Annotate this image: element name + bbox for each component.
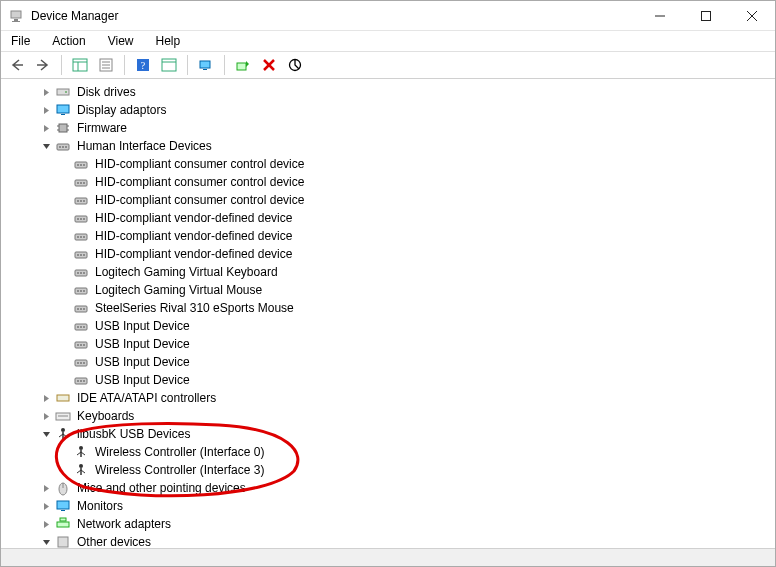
expand-icon[interactable] xyxy=(39,121,53,135)
tree-item-hid-device[interactable]: HID-compliant vendor-defined device xyxy=(7,245,775,263)
tree-item-label: Wireless Controller (Interface 3) xyxy=(93,462,266,478)
uninstall-device-button[interactable] xyxy=(257,54,281,76)
expand-icon[interactable] xyxy=(39,481,53,495)
expand-icon[interactable] xyxy=(39,517,53,531)
usb-icon xyxy=(55,426,71,442)
collapse-icon[interactable] xyxy=(39,139,53,153)
svg-rect-27 xyxy=(61,114,65,115)
svg-point-67 xyxy=(80,290,82,292)
svg-point-86 xyxy=(77,380,79,382)
tree-item-display-adaptors[interactable]: Display adaptors xyxy=(7,101,775,119)
minimize-button[interactable] xyxy=(637,1,683,31)
collapse-icon[interactable] xyxy=(39,535,53,548)
svg-point-46 xyxy=(77,200,79,202)
properties-button[interactable] xyxy=(94,54,118,76)
svg-rect-110 xyxy=(58,537,68,547)
svg-point-48 xyxy=(83,200,85,202)
svg-point-70 xyxy=(77,308,79,310)
svg-point-25 xyxy=(65,91,67,93)
svg-rect-107 xyxy=(61,510,65,511)
svg-point-75 xyxy=(80,326,82,328)
action-button[interactable] xyxy=(157,54,181,76)
svg-point-63 xyxy=(80,272,82,274)
hid-device-icon xyxy=(73,156,89,172)
svg-rect-28 xyxy=(59,124,67,132)
close-button[interactable] xyxy=(729,1,775,31)
tree-item-label: USB Input Device xyxy=(93,336,192,352)
tree-item-hid-device[interactable]: SteelSeries Rival 310 eSports Mouse xyxy=(7,299,775,317)
tree-item-label: HID-compliant vendor-defined device xyxy=(93,228,294,244)
tree-item-hid-device[interactable]: USB Input Device xyxy=(7,371,775,389)
expand-icon[interactable] xyxy=(39,103,53,117)
disable-device-button[interactable] xyxy=(283,54,307,76)
show-hide-console-tree-button[interactable] xyxy=(68,54,92,76)
tree-item-label: USB Input Device xyxy=(93,372,192,388)
svg-point-64 xyxy=(83,272,85,274)
expand-icon[interactable] xyxy=(39,499,53,513)
tree-item-hid-device[interactable]: HID-compliant consumer control device xyxy=(7,173,775,191)
svg-point-40 xyxy=(83,164,85,166)
menu-help[interactable]: Help xyxy=(152,32,185,50)
tree-item-network[interactable]: Network adapters xyxy=(7,515,775,533)
svg-point-47 xyxy=(80,200,82,202)
monitor-icon xyxy=(55,498,71,514)
tree-item-hid-device[interactable]: HID-compliant consumer control device xyxy=(7,191,775,209)
menu-view[interactable]: View xyxy=(104,32,138,50)
tree-item-ide[interactable]: IDE ATA/ATAPI controllers xyxy=(7,389,775,407)
tree-item-monitors[interactable]: Monitors xyxy=(7,497,775,515)
tree-item-hid-device[interactable]: USB Input Device xyxy=(7,335,775,353)
svg-point-38 xyxy=(77,164,79,166)
maximize-button[interactable] xyxy=(683,1,729,31)
tree-item-wireless-controller[interactable]: Wireless Controller (Interface 3) xyxy=(7,461,775,479)
menu-file[interactable]: File xyxy=(7,32,34,50)
tree-item-hid-device[interactable]: USB Input Device xyxy=(7,317,775,335)
tree-item-label: Logitech Gaming Virtual Keyboard xyxy=(93,264,280,280)
svg-point-50 xyxy=(77,218,79,220)
tree-item-disk-drives[interactable]: Disk drives xyxy=(7,83,775,101)
tree-item-hid-device[interactable]: Logitech Gaming Virtual Mouse xyxy=(7,281,775,299)
svg-rect-19 xyxy=(203,69,207,70)
forward-button[interactable] xyxy=(31,54,55,76)
back-button[interactable] xyxy=(5,54,29,76)
hid-device-icon xyxy=(73,192,89,208)
tree-item-hid-device[interactable]: HID-compliant vendor-defined device xyxy=(7,227,775,245)
svg-rect-16 xyxy=(162,59,176,71)
tree-item-wireless-controller[interactable]: Wireless Controller (Interface 0) xyxy=(7,443,775,461)
svg-point-92 xyxy=(61,428,65,432)
tree-item-label: HID-compliant vendor-defined device xyxy=(93,246,294,262)
svg-rect-89 xyxy=(57,395,69,401)
svg-point-39 xyxy=(80,164,82,166)
svg-point-44 xyxy=(83,182,85,184)
svg-point-51 xyxy=(80,218,82,220)
tree-item-label: IDE ATA/ATAPI controllers xyxy=(75,390,218,406)
tree-item-firmware[interactable]: Firmware xyxy=(7,119,775,137)
network-icon xyxy=(55,516,71,532)
chip-icon xyxy=(55,120,71,136)
scan-hardware-button[interactable] xyxy=(194,54,218,76)
tree-item-keyboards[interactable]: Keyboards xyxy=(7,407,775,425)
svg-point-80 xyxy=(83,344,85,346)
svg-point-59 xyxy=(80,254,82,256)
tree-item-hid-device[interactable]: Logitech Gaming Virtual Keyboard xyxy=(7,263,775,281)
tree-item-mice[interactable]: Mice and other pointing devices xyxy=(7,479,775,497)
tree-item-libusbk[interactable]: libusbK USB Devices xyxy=(7,425,775,443)
tree-item-other-devices[interactable]: Other devices xyxy=(7,533,775,548)
tree-item-label: Network adapters xyxy=(75,516,173,532)
expand-icon[interactable] xyxy=(39,85,53,99)
tree-item-label: Wireless Controller (Interface 0) xyxy=(93,444,266,460)
expand-icon[interactable] xyxy=(39,391,53,405)
menu-action[interactable]: Action xyxy=(48,32,89,50)
tree-item-hid-device[interactable]: HID-compliant consumer control device xyxy=(7,155,775,173)
tree-item-hid-device[interactable]: USB Input Device xyxy=(7,353,775,371)
tree-item-label: Human Interface Devices xyxy=(75,138,214,154)
svg-point-36 xyxy=(65,146,67,148)
svg-point-71 xyxy=(80,308,82,310)
hid-device-icon xyxy=(73,372,89,388)
help-button[interactable]: ? xyxy=(131,54,155,76)
tree-item-hid[interactable]: Human Interface Devices xyxy=(7,137,775,155)
expand-icon[interactable] xyxy=(39,409,53,423)
update-driver-button[interactable] xyxy=(231,54,255,76)
tree-item-hid-device[interactable]: HID-compliant vendor-defined device xyxy=(7,209,775,227)
collapse-icon[interactable] xyxy=(39,427,53,441)
device-tree[interactable]: Disk drives Display adaptors Firmware Hu… xyxy=(1,80,775,548)
